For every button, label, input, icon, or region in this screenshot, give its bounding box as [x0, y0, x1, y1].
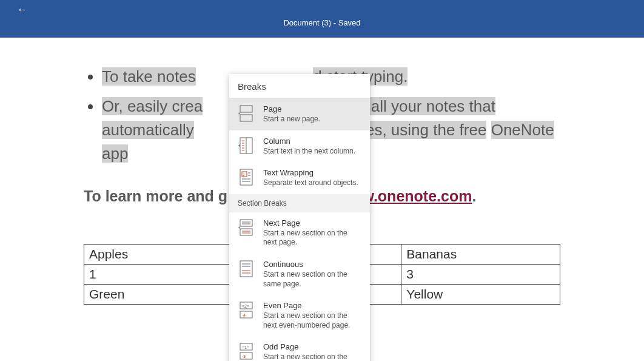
nextpage-icon [238, 218, 255, 248]
continuous-icon [238, 260, 255, 289]
evenpage-icon: =2=·4· [238, 301, 255, 330]
column-icon [238, 137, 255, 157]
menu-item-next-page[interactable]: Next PageStart a new section on the next… [229, 212, 370, 254]
menu-item-desc: Start a new section on the next odd-numb… [263, 353, 361, 361]
menu-item-title: Page [263, 104, 320, 113]
menu-item-even-page[interactable]: =2=·4·Even PageStart a new section on th… [229, 295, 370, 336]
window-title: Document (3) - Saved [0, 0, 644, 27]
menu-item-page[interactable]: PageStart a new page. [229, 98, 370, 130]
menu-item-desc: Start a new section on the next even-num… [263, 311, 361, 330]
menu-item-title: Column [263, 137, 355, 146]
breaks-menu: Breaks PageStart a new page.ColumnStart … [229, 74, 370, 361]
app-header: ← Document (3) - Saved [0, 0, 644, 38]
menu-item-odd-page[interactable]: =1=·3·Odd PageStart a new section on the… [229, 336, 370, 361]
svg-rect-16 [240, 220, 252, 226]
menu-item-desc: Start a new page. [263, 115, 320, 124]
menu-item-desc: Separate text around objects. [263, 178, 358, 188]
svg-text:·3·: ·3· [242, 354, 247, 359]
section-breaks-header: Section Breaks [229, 194, 370, 212]
menu-item-desc: Start a new section on the next page. [263, 229, 361, 248]
svg-rect-22 [240, 261, 252, 277]
page-icon [238, 104, 255, 124]
menu-item-text-wrapping[interactable]: 2Text WrappingSeparate text around objec… [229, 162, 370, 194]
menu-item-title: Even Page [263, 301, 361, 310]
svg-text:=1=: =1= [242, 345, 249, 349]
menu-item-continuous[interactable]: ContinuousStart a new section on the sam… [229, 254, 370, 295]
back-button[interactable]: ← [17, 4, 27, 16]
oddpage-icon: =1=·3· [238, 342, 255, 361]
menu-item-desc: Start a new section on the same page. [263, 270, 361, 289]
menu-header: Breaks [229, 74, 370, 98]
menu-item-column[interactable]: ColumnStart text in the next column. [229, 130, 370, 163]
menu-item-desc: Start text in the next column. [263, 147, 355, 157]
selected-text[interactable]: To take notes [102, 67, 196, 86]
menu-item-title: Continuous [263, 260, 361, 269]
menu-item-title: Odd Page [263, 342, 361, 351]
svg-rect-19 [240, 229, 252, 235]
menu-item-title: Next Page [263, 218, 361, 228]
wrap-icon: 2 [238, 168, 255, 188]
svg-rect-1 [240, 115, 252, 121]
svg-text:·4·: ·4· [242, 313, 247, 317]
menu-item-title: Text Wrapping [263, 168, 358, 177]
selected-text[interactable]: automatically [102, 121, 194, 139]
selected-text[interactable]: Or, easily crea [102, 97, 203, 115]
svg-text:=2=: =2= [242, 304, 249, 308]
svg-text:2: 2 [243, 173, 245, 177]
svg-rect-0 [240, 106, 252, 112]
